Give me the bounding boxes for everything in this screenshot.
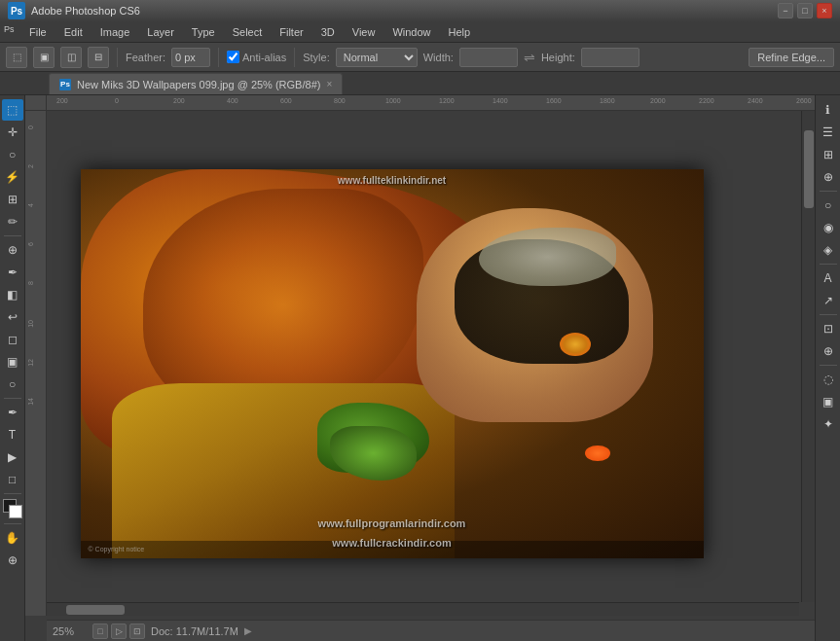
- maximize-button[interactable]: □: [797, 3, 813, 18]
- magic-wand-btn[interactable]: ⚡: [2, 166, 23, 188]
- pen-btn[interactable]: ✒: [2, 402, 23, 423]
- menu-image[interactable]: Image: [92, 24, 138, 40]
- doc-tab-close[interactable]: ×: [326, 79, 332, 89]
- ruler-tick: 800: [334, 97, 346, 104]
- height-label: Height:: [541, 52, 575, 63]
- doc-tab-bar: Ps New Miks 3D Wallpapers 099.jpg @ 25% …: [0, 72, 840, 95]
- menu-3d[interactable]: 3D: [313, 24, 343, 40]
- menu-view[interactable]: View: [345, 24, 383, 40]
- height-input[interactable]: [581, 48, 639, 67]
- marquee-rect-option[interactable]: ⬚: [6, 47, 27, 68]
- app-icon: Ps: [8, 2, 25, 19]
- shape-btn[interactable]: □: [2, 469, 23, 490]
- lasso-tool-btn[interactable]: ○: [2, 144, 23, 165]
- watermark-top: www.fullteklinkindir.net: [338, 175, 446, 186]
- menu-type[interactable]: Type: [184, 24, 223, 40]
- ruler-tick: 400: [227, 97, 238, 104]
- eyedropper-btn[interactable]: ✏: [2, 211, 23, 232]
- doc-info-arrow[interactable]: ▶: [244, 625, 252, 636]
- crop-tool-btn[interactable]: ⊞: [2, 189, 23, 210]
- color-swatch[interactable]: [3, 499, 22, 518]
- menu-window[interactable]: Window: [384, 24, 438, 40]
- panel-paths-btn[interactable]: ⊕: [818, 166, 839, 188]
- doc-tab[interactable]: Ps New Miks 3D Wallpapers 099.jpg @ 25% …: [49, 73, 343, 94]
- title-controls: − □ ×: [778, 3, 832, 18]
- zoom-level: 25%: [53, 625, 87, 637]
- path-selection-btn[interactable]: ▶: [2, 446, 23, 468]
- minimize-button[interactable]: −: [778, 3, 793, 18]
- ruler-tick: 600: [280, 97, 292, 104]
- status-bar: 25% □ ▷ ⊡ Doc: 11.7M/11.7M ▶: [47, 620, 815, 641]
- clone-btn[interactable]: ◧: [2, 284, 23, 305]
- h-scrollbar[interactable]: [47, 602, 799, 616]
- doc-tab-title: New Miks 3D Wallpapers 099.jpg @ 25% (RG…: [77, 79, 320, 90]
- close-button[interactable]: ×: [817, 3, 832, 18]
- marquee-subtract-option[interactable]: ⊟: [88, 47, 109, 68]
- marquee-intersect-option[interactable]: ◫: [60, 47, 82, 68]
- canvas-viewport[interactable]: © Copyright notice www.fullteklinkindir.…: [47, 111, 815, 616]
- bg-color[interactable]: [9, 505, 22, 518]
- ps-menu-icon[interactable]: Ps: [4, 24, 19, 40]
- anti-alias-checkbox[interactable]: [227, 51, 239, 63]
- menu-select[interactable]: Select: [225, 24, 271, 40]
- panel-channels-btn[interactable]: ⊞: [818, 144, 839, 165]
- dodge-btn[interactable]: ○: [2, 374, 23, 395]
- tool-sep-4: [4, 523, 21, 524]
- marquee-rounded-option[interactable]: ▣: [33, 47, 55, 68]
- panel-layers-btn[interactable]: ☰: [818, 122, 839, 143]
- panel-3d-btn[interactable]: ✦: [818, 413, 839, 435]
- panel-actions-btn[interactable]: ⊕: [818, 340, 839, 362]
- text-btn[interactable]: T: [2, 424, 23, 445]
- ruler-tick-v: 8: [27, 281, 34, 285]
- width-input[interactable]: [459, 48, 518, 67]
- title-left: Ps Adobe Photoshop CS6: [8, 2, 140, 19]
- canvas-image: © Copyright notice: [81, 169, 704, 558]
- canvas-area[interactable]: 200 0 200 400 600 800 1000 1200 1400 160…: [25, 95, 815, 641]
- rtool-sep-1: [820, 191, 837, 192]
- panel-para-btn[interactable]: ↗: [818, 290, 839, 311]
- move-tool-btn[interactable]: ✛: [2, 122, 23, 143]
- status-icon-1[interactable]: □: [92, 623, 108, 639]
- v-scrollbar[interactable]: [801, 111, 815, 602]
- ruler-tick-v: 6: [27, 242, 34, 246]
- rtool-sep-4: [820, 365, 837, 366]
- zoom-btn[interactable]: ⊕: [2, 550, 23, 571]
- menu-edit[interactable]: Edit: [56, 24, 91, 40]
- sep1: [117, 48, 118, 67]
- menu-help[interactable]: Help: [441, 24, 479, 40]
- gradient-btn[interactable]: ▣: [2, 351, 23, 373]
- healing-brush-btn[interactable]: ⊕: [2, 239, 23, 261]
- hand-btn[interactable]: ✋: [2, 527, 23, 549]
- watermark-bottom2: www.fullcrackindir.com: [332, 537, 451, 549]
- marquee-tool-btn[interactable]: ⬚: [2, 99, 23, 121]
- panel-history-btn[interactable]: ⊡: [818, 318, 839, 339]
- feather-input[interactable]: [171, 48, 210, 67]
- style-select[interactable]: Normal Fixed Ratio Fixed Size: [336, 48, 418, 67]
- mask-decoration: [479, 228, 616, 286]
- refine-edge-button[interactable]: Refine Edge...: [749, 48, 834, 67]
- panel-color-btn[interactable]: ◌: [818, 369, 839, 390]
- swap-icon[interactable]: ⇌: [524, 50, 535, 65]
- ruler-tick: 2400: [748, 97, 763, 104]
- history-brush-btn[interactable]: ↩: [2, 306, 23, 328]
- panel-adjustments-btn[interactable]: ○: [818, 195, 839, 216]
- status-icon-3[interactable]: ⊡: [129, 623, 145, 639]
- ruler-tick: 200: [173, 97, 185, 104]
- menu-filter[interactable]: Filter: [272, 24, 310, 40]
- h-scrollbar-thumb[interactable]: [66, 605, 125, 615]
- panel-styles-btn[interactable]: ◈: [818, 239, 839, 261]
- v-scrollbar-thumb[interactable]: [804, 130, 814, 208]
- brush-btn[interactable]: ✒: [2, 262, 23, 283]
- eraser-btn[interactable]: ◻: [2, 329, 23, 350]
- panel-brush-btn[interactable]: ▣: [818, 391, 839, 412]
- doc-area: Ps New Miks 3D Wallpapers 099.jpg @ 25% …: [0, 72, 840, 641]
- menu-layer[interactable]: Layer: [139, 24, 182, 40]
- panel-char-btn[interactable]: A: [818, 267, 839, 289]
- status-icons: □ ▷ ⊡: [92, 623, 145, 639]
- panel-swatches-btn[interactable]: ◉: [818, 217, 839, 238]
- panel-info-btn[interactable]: ℹ: [818, 99, 839, 121]
- copyright-text: © Copyright notice: [89, 546, 145, 552]
- status-icon-2[interactable]: ▷: [111, 623, 127, 639]
- menu-file[interactable]: File: [21, 24, 55, 40]
- title-bar: Ps Adobe Photoshop CS6 − □ ×: [0, 0, 840, 21]
